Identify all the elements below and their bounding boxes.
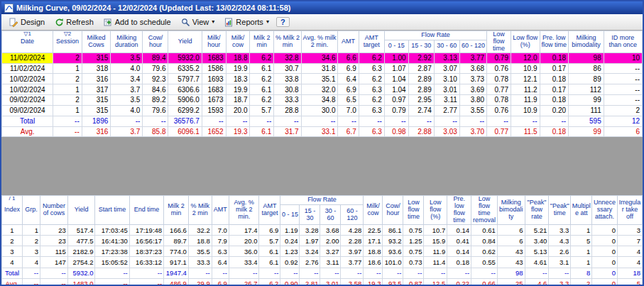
table-row[interactable]: 10/02/202413173.784.66306.6168319.96.130… [2, 84, 643, 95]
column-header[interactable]: Low flow time [487, 31, 511, 53]
cell[interactable]: 3 [617, 225, 642, 236]
column-header[interactable]: Milking bimodality [569, 31, 604, 53]
cell[interactable]: 6.9 [338, 63, 359, 74]
cell[interactable]: 0.78 [487, 74, 511, 84]
column-header[interactable]: Cow/ hour [383, 196, 403, 225]
cell[interactable]: 30.0 [301, 105, 338, 116]
cell[interactable]: 10.9 [511, 63, 540, 74]
cell[interactable]: 917.1 [164, 257, 189, 268]
column-header[interactable]: AMT [338, 31, 359, 53]
cell[interactable]: 3.68 [320, 225, 341, 236]
cell[interactable]: 3.77 [459, 53, 486, 63]
cell[interactable]: 23 [40, 225, 68, 236]
cell[interactable]: 0.79 [384, 105, 408, 116]
cell[interactable]: 3.97 [341, 246, 364, 257]
cell[interactable]: 17.4 [229, 225, 259, 236]
cell[interactable]: 4 [23, 257, 40, 268]
cell[interactable]: 0.62 [471, 246, 498, 257]
cell[interactable]: 23 [40, 236, 68, 246]
cell[interactable]: 1.07 [384, 63, 408, 74]
column-header[interactable]: AMT target [259, 196, 280, 225]
cell[interactable]: 0.17 [540, 63, 569, 74]
cell[interactable]: 1593 [202, 105, 226, 116]
cell[interactable]: 5.7 [250, 105, 274, 116]
cell[interactable]: 1693 [202, 74, 226, 84]
cell[interactable]: 1586 [202, 63, 226, 74]
cell[interactable]: 7 [617, 236, 642, 246]
cell[interactable]: 6.4 [212, 257, 229, 268]
cell[interactable]: 0.97 [384, 95, 408, 106]
cell[interactable]: 1 [53, 105, 82, 116]
cell[interactable]: 1683 [202, 53, 226, 63]
cell[interactable]: 3.10 [434, 74, 459, 84]
cell[interactable]: 17:19:48 [129, 225, 163, 236]
cell[interactable]: 28.8 [274, 105, 301, 116]
cell[interactable]: 20.0 [229, 236, 259, 246]
cell[interactable]: 3.4 [111, 74, 143, 84]
cell[interactable]: 89 [569, 74, 604, 84]
cell[interactable]: 6.2 [250, 74, 274, 84]
cell[interactable]: 0.73 [403, 257, 424, 268]
column-header[interactable]: Pre. low flow time [447, 196, 471, 225]
cell[interactable]: 6.6 [338, 53, 359, 63]
cell[interactable]: -- [604, 74, 642, 84]
cell[interactable]: 6.2 [359, 95, 384, 106]
column-header[interactable]: Milk 2 min [164, 196, 189, 225]
cell[interactable]: 6.9 [259, 225, 280, 236]
cell[interactable]: 2.77 [434, 105, 459, 116]
column-header[interactable]: Avg. % milk 2 min. [229, 196, 259, 225]
column-header[interactable]: Start time [95, 196, 129, 225]
cell[interactable]: 5906.0 [168, 95, 202, 106]
cell[interactable]: 11.2 [511, 84, 540, 95]
cell[interactable]: 101.0 [383, 257, 403, 268]
cell[interactable]: 2.89 [408, 84, 434, 95]
cell[interactable]: 11/02/2024 [2, 63, 53, 74]
cell[interactable]: 0 [592, 225, 618, 236]
cell[interactable]: 2.6 [549, 246, 571, 257]
cell[interactable]: 6.3 [359, 84, 384, 95]
table-row[interactable]: 2223477.516:41:3016:56:1789.718.87.920.0… [2, 236, 643, 246]
reports-button[interactable]: Reports ▾ [220, 16, 273, 28]
refresh-button[interactable]: Refresh [50, 16, 98, 28]
cell[interactable]: 6 [497, 236, 525, 246]
column-header[interactable]: ▽1Date [2, 31, 53, 53]
cell[interactable]: 3.3 [549, 225, 571, 236]
cell[interactable]: 3.55 [459, 105, 486, 116]
cell[interactable]: 1 [53, 63, 82, 74]
cell[interactable]: 19.9 [226, 84, 250, 95]
cell[interactable]: 84.6 [143, 84, 168, 95]
cell[interactable]: 0.84 [471, 236, 498, 246]
column-header[interactable]: AMT [212, 196, 229, 225]
column-header[interactable]: Multiple att [571, 196, 592, 225]
cell[interactable]: 6.3 [359, 105, 384, 116]
cell[interactable]: 5797.7 [168, 74, 202, 84]
cell[interactable]: 32.8 [274, 53, 301, 63]
column-header[interactable]: Avg. % milk 2 min. [301, 31, 338, 53]
cell[interactable]: 92.3 [143, 74, 168, 84]
column-header[interactable]: Milk/ cow [226, 31, 250, 53]
cell[interactable]: 43 [497, 257, 525, 268]
column-header[interactable]: Low flow time removal [471, 196, 498, 225]
column-header[interactable]: Low flow time [403, 196, 424, 225]
column-header[interactable]: ID more than once [604, 31, 642, 53]
cell[interactable]: 19.9 [226, 63, 250, 74]
cell[interactable]: 31.8 [301, 63, 338, 74]
cell[interactable]: 1683 [202, 84, 226, 95]
cell[interactable]: 18.8 [364, 246, 383, 257]
column-header[interactable]: Milking bimodality [497, 196, 525, 225]
column-header[interactable]: "Peak" time [549, 196, 571, 225]
cell[interactable]: 0 [592, 236, 618, 246]
column-header[interactable]: Pre. low flow time [540, 31, 569, 53]
cell[interactable]: 0.61 [471, 225, 498, 236]
table-row[interactable]: 441472754.215:05:5216:33:12917.133.36.43… [2, 257, 643, 268]
cell[interactable]: 10/02/2024 [2, 84, 53, 95]
cell[interactable]: 0.92 [280, 257, 300, 268]
table-row[interactable]: 1123517.417:03:4517:19:48166.632.27.017.… [2, 225, 643, 236]
cell[interactable]: 112 [569, 84, 604, 95]
cell[interactable]: 33.3 [188, 257, 212, 268]
cell[interactable]: 2.89 [408, 74, 434, 84]
cell[interactable]: 6299.2 [168, 105, 202, 116]
column-header[interactable]: Milked Cows [82, 31, 111, 53]
cell[interactable]: 1 [571, 225, 592, 236]
cell[interactable]: 35.1 [301, 74, 338, 84]
